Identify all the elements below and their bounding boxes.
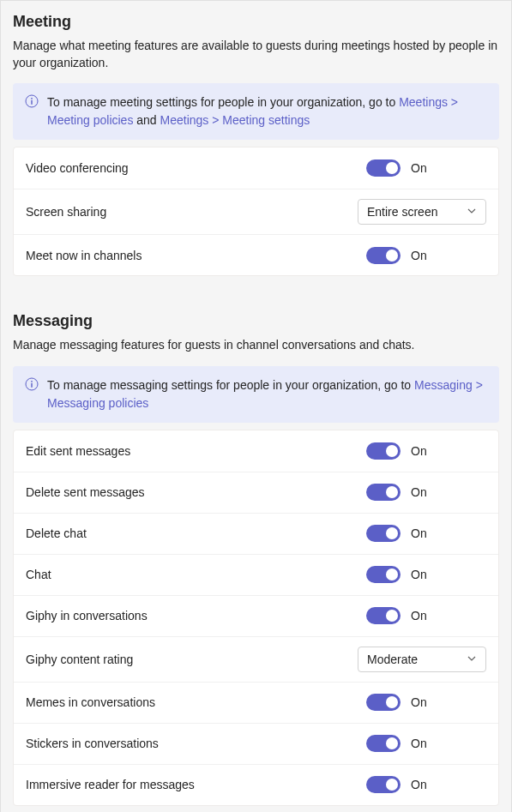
meet-now-toggle[interactable] [366, 247, 401, 264]
giphy-rating-value: Moderate [367, 653, 418, 666]
meeting-info-text: To manage meeting settings for people in… [47, 93, 487, 129]
giphy-rating-label: Giphy content rating [26, 653, 358, 666]
chat-toggle[interactable] [366, 566, 401, 583]
screen-sharing-value: Entire screen [367, 205, 437, 219]
delete-sent-label: Delete sent messages [26, 485, 366, 499]
memes-label: Memes in conversations [26, 695, 366, 709]
meeting-section-title: Meeting [13, 1, 499, 38]
video-conferencing-toggle[interactable] [366, 159, 401, 177]
svg-point-4 [31, 381, 33, 382]
chat-row: Chat On [14, 554, 498, 595]
meet-now-label: Meet now in channels [26, 249, 366, 262]
video-conferencing-row: Video conferencing On [14, 147, 498, 189]
meeting-settings-card: Video conferencing On Screen sharing Ent… [13, 147, 499, 276]
memes-state: On [411, 695, 427, 709]
screen-sharing-select[interactable]: Entire screen [358, 199, 486, 225]
svg-rect-5 [31, 383, 32, 388]
messaging-info-text: To manage messaging settings for people … [47, 376, 487, 412]
chevron-down-icon [467, 205, 477, 219]
giphy-state: On [411, 609, 427, 623]
meeting-section-desc: Manage what meeting features are availab… [13, 38, 499, 83]
messaging-section-desc: Manage messaging features for guests in … [13, 337, 499, 366]
screen-sharing-label: Screen sharing [26, 205, 358, 219]
delete-chat-label: Delete chat [26, 526, 366, 540]
delete-chat-row: Delete chat On [14, 513, 498, 554]
stickers-toggle[interactable] [366, 735, 401, 752]
giphy-rating-row: Giphy content rating Moderate [14, 636, 498, 682]
messaging-section-title: Messaging [13, 300, 499, 337]
stickers-label: Stickers in conversations [26, 737, 366, 750]
chat-label: Chat [26, 568, 366, 581]
delete-sent-state: On [411, 485, 427, 499]
memes-row: Memes in conversations On [14, 682, 498, 723]
immersive-reader-state: On [411, 778, 427, 791]
giphy-rating-select[interactable]: Moderate [358, 647, 486, 672]
delete-chat-state: On [411, 526, 427, 540]
edit-sent-row: Edit sent messages On [14, 430, 498, 472]
stickers-state: On [411, 737, 427, 750]
memes-toggle[interactable] [366, 694, 401, 711]
chat-state: On [411, 568, 427, 581]
giphy-row: Giphy in conversations On [14, 595, 498, 636]
delete-chat-toggle[interactable] [366, 525, 401, 542]
video-conferencing-state: On [411, 161, 427, 175]
info-icon [25, 94, 39, 111]
svg-rect-2 [31, 100, 32, 105]
video-conferencing-label: Video conferencing [26, 161, 366, 175]
meeting-settings-link[interactable]: Meetings > Meeting settings [160, 113, 310, 127]
immersive-reader-row: Immersive reader for messages On [14, 764, 498, 805]
edit-sent-label: Edit sent messages [26, 444, 366, 458]
stickers-row: Stickers in conversations On [14, 723, 498, 764]
giphy-toggle[interactable] [366, 607, 401, 624]
chevron-down-icon [467, 653, 477, 666]
edit-sent-toggle[interactable] [366, 442, 401, 460]
giphy-label: Giphy in conversations [26, 609, 366, 623]
meet-now-row: Meet now in channels On [14, 234, 498, 275]
meet-now-state: On [411, 249, 427, 262]
immersive-reader-label: Immersive reader for messages [26, 778, 366, 791]
delete-sent-row: Delete sent messages On [14, 472, 498, 513]
screen-sharing-row: Screen sharing Entire screen [14, 189, 498, 234]
meeting-info-banner: To manage meeting settings for people in… [13, 83, 499, 140]
info-icon [25, 377, 39, 394]
messaging-settings-card: Edit sent messages On Delete sent messag… [13, 430, 499, 806]
edit-sent-state: On [411, 444, 427, 458]
messaging-info-banner: To manage messaging settings for people … [13, 366, 499, 423]
delete-sent-toggle[interactable] [366, 484, 401, 501]
immersive-reader-toggle[interactable] [366, 776, 401, 793]
svg-point-1 [31, 98, 33, 99]
